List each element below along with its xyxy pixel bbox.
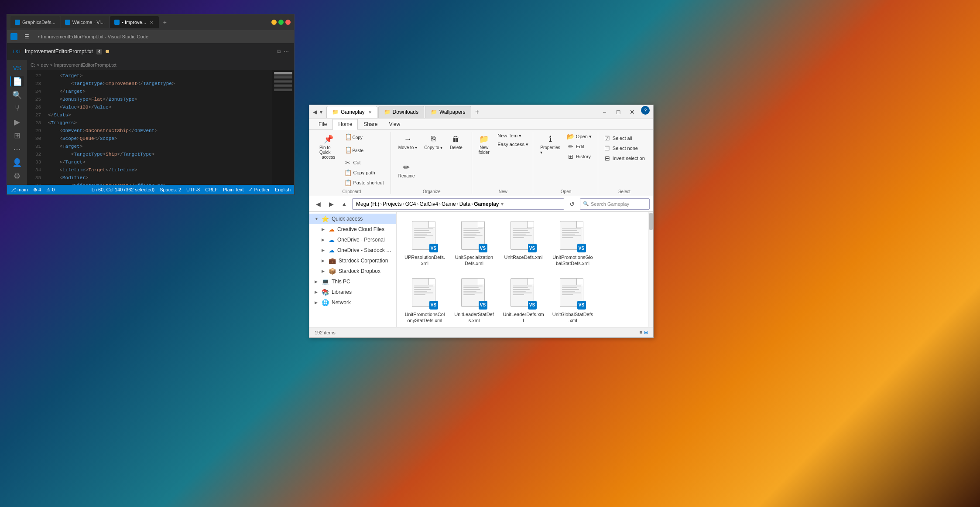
address-part-gameplay[interactable]: Gameplay [474, 201, 499, 207]
ribbon-tab-file[interactable]: File [313, 119, 332, 129]
explorer-minimize-button[interactable]: − [597, 106, 611, 118]
nav-up-button[interactable]: ▲ [339, 199, 350, 209]
vscode-code-content[interactable]: <Target> <TargetType>Improvement</Target… [45, 70, 272, 185]
easy-access-button[interactable]: Easy access ▾ [494, 140, 531, 149]
explorer-close-button[interactable]: ✕ [625, 106, 639, 118]
file-item-unitpromotionscolony[interactable]: VS UnitPromotionsColonyStatDefs.xml [402, 274, 448, 327]
explorer-tab-wallpapers[interactable]: 📁 Wallpapers [425, 106, 471, 118]
refresh-button[interactable]: ↺ [567, 199, 577, 209]
file-item-upresolutiondefs[interactable]: VS UPResolutionDefs.xml [402, 217, 448, 271]
vscode-code-area[interactable]: 2223242526 2728293031 3233343536 373839 … [27, 70, 294, 185]
file-item-unitspecializationdefs[interactable]: VS UnitSpecializationDefs.xml [451, 217, 497, 271]
vscode-status-spaces[interactable]: Spaces: 2 [160, 187, 181, 192]
nav-item-onedrive-stardock[interactable]: ▶ ☁ OneDrive - Stardock Corporation [309, 245, 396, 255]
ribbon-tab-home[interactable]: Home [332, 119, 358, 130]
paste-shortcut-button[interactable]: 📋 Paste shortcut [341, 178, 387, 187]
explorer-add-tab-button[interactable]: + [472, 107, 483, 117]
list-view-button[interactable]: ≡ [640, 330, 642, 335]
address-part-game[interactable]: Game [442, 201, 456, 207]
grid-view-button[interactable]: ⊞ [644, 330, 648, 335]
rename-button[interactable]: ✏ Rename [395, 160, 418, 180]
vscode-minimize-button[interactable] [271, 20, 277, 25]
new-item-button[interactable]: New item ▾ [494, 132, 531, 140]
nav-item-this-pc[interactable]: ▶ 💻 This PC [309, 276, 396, 287]
vscode-sidebar-icon-extensions[interactable]: ⊞ [10, 130, 24, 141]
file-item-unitleaderstatdefs[interactable]: VS UnitLeaderStatDefs.xml [451, 274, 497, 327]
vscode-sidebar-icon-debug[interactable]: ▶ [10, 116, 24, 127]
vscode-status-line-ending[interactable]: CRLF [205, 187, 218, 192]
vscode-sidebar-icon-files[interactable]: 📄 [10, 76, 24, 87]
invert-selection-button[interactable]: ⊟ Invert selection [601, 153, 648, 163]
vscode-status-warnings[interactable]: ⚠ 0 [46, 187, 55, 193]
vscode-more-options-button[interactable]: ⋯ [284, 48, 289, 54]
vscode-sidebar-icon-settings[interactable]: ⚙ [10, 170, 24, 181]
vscode-tab-close-button[interactable]: ✕ [148, 19, 154, 25]
nav-item-creative-cloud[interactable]: ▶ ☁ Creative Cloud Files [309, 224, 396, 235]
vscode-status-prettier[interactable]: ✓ Prettier [249, 187, 269, 193]
nav-item-stardock-dropbox[interactable]: ▶ 📦 Stardock Dropbox [309, 266, 396, 276]
vscode-sidebar-icon-account[interactable]: 👤 [10, 157, 24, 168]
delete-button[interactable]: 🗑 Delete [446, 132, 466, 152]
search-box[interactable]: 🔍 Search Gameplay [580, 198, 650, 210]
scrollbar-thumb[interactable] [649, 213, 653, 230]
vscode-maximize-button[interactable] [278, 20, 284, 25]
vscode-tab-welcome[interactable]: Welcome - Vi... [61, 16, 109, 28]
vscode-tab-graphicsdefs[interactable]: GraphicsDefs... [10, 16, 60, 28]
nav-forward-button[interactable]: ▶ [326, 199, 336, 209]
scrollbar-track[interactable] [648, 212, 653, 327]
vscode-close-button[interactable] [285, 20, 291, 25]
vscode-sidebar-icon-vscode[interactable]: VS [10, 62, 24, 73]
select-none-button[interactable]: ☐ Select none [601, 143, 648, 153]
vscode-menu-hamburger[interactable]: ☰ [21, 33, 33, 41]
paste-button[interactable]: 📋 Paste [341, 145, 387, 156]
vscode-split-editor-button[interactable]: ⧉ [277, 48, 281, 54]
address-part-galciv4[interactable]: GalCiv4 [419, 201, 438, 207]
copy-path-button[interactable]: 📋 Copy path [341, 168, 387, 177]
vscode-add-tab-button[interactable]: + [160, 17, 170, 27]
explorer-tab-gameplay[interactable]: 📁 Gameplay ✕ [326, 106, 377, 118]
explorer-address-path[interactable]: Mega (H:) › Projects › GC4 › GalCiv4 › G… [352, 198, 564, 210]
properties-button[interactable]: ℹ Properties ▾ [537, 132, 563, 157]
address-part-data[interactable]: Data [459, 201, 470, 207]
address-part-gc4[interactable]: GC4 [405, 201, 416, 207]
vscode-status-language-mode[interactable]: English [275, 187, 291, 192]
history-button[interactable]: ⊞ History [564, 152, 595, 161]
explorer-tab-close-button[interactable]: ✕ [368, 110, 372, 115]
ribbon-tab-share[interactable]: Share [358, 119, 383, 129]
file-item-unitracedefs[interactable]: VS UnitRaceDefs.xml [500, 217, 546, 271]
pin-to-quick-access-button[interactable]: 📌 Pin to Quick access [316, 132, 340, 162]
nav-item-stardock-corp[interactable]: ▶ 💼 Stardock Corporation [309, 255, 396, 266]
vscode-status-encoding[interactable]: UTF-8 [186, 187, 200, 192]
explorer-tab-downloads[interactable]: 📁 Downloads [378, 106, 424, 118]
vscode-status-errors[interactable]: ⊗ 4 [33, 187, 41, 193]
nav-item-network[interactable]: ▶ 🌐 Network [309, 297, 396, 308]
vscode-status-position[interactable]: Ln 60, Col 140 (362 selected) [92, 187, 154, 192]
copy-to-button[interactable]: ⎘ Copy to ▾ [421, 132, 445, 152]
vscode-status-language[interactable]: Plain Text [223, 187, 244, 192]
file-item-unitpromotionsglobal[interactable]: VS UnitPromotionsGlobalStatDefs.xml [550, 217, 596, 271]
vscode-sidebar-icon-dots[interactable]: ⋯ [10, 143, 24, 154]
vscode-tab-improve[interactable]: • Improve... ✕ [110, 16, 159, 28]
edit-button[interactable]: ✏ Edit [564, 142, 595, 151]
explorer-restore-button[interactable]: □ [611, 106, 625, 118]
select-all-button[interactable]: ☑ Select all [601, 133, 648, 143]
cut-button[interactable]: ✂ Cut [341, 158, 387, 167]
vscode-sidebar-icon-git[interactable]: ⑂ [10, 103, 24, 114]
code-line-24: </Target> [48, 88, 269, 95]
file-item-unitleaderdefs[interactable]: VS UnitLeaderDefs.xml [500, 274, 546, 327]
new-folder-button[interactable]: 📁 New folder [474, 132, 493, 157]
move-to-button[interactable]: → Move to ▾ [395, 132, 420, 152]
address-part-projects[interactable]: Projects [383, 201, 401, 207]
file-item-unitglobalstatdefs[interactable]: VS UnitGlobalStatDefs.xml [550, 274, 596, 327]
nav-item-quick-access[interactable]: ▼ ⭐ Quick access [309, 214, 396, 224]
ribbon-tab-view[interactable]: View [383, 119, 406, 129]
address-dropdown-icon[interactable]: ▾ [501, 201, 504, 207]
explorer-help-button[interactable]: ? [641, 106, 650, 115]
nav-back-button[interactable]: ◀ [313, 199, 323, 209]
address-part-mega[interactable]: Mega (H:) [356, 201, 379, 207]
open-button[interactable]: 📂 Open ▾ [564, 132, 595, 141]
nav-item-libraries[interactable]: ▶ 📚 Libraries [309, 287, 396, 297]
nav-item-onedrive-personal[interactable]: ▶ ☁ OneDrive - Personal [309, 235, 396, 245]
copy-button[interactable]: 📋 Copy [341, 132, 387, 143]
vscode-sidebar-icon-search[interactable]: 🔍 [10, 89, 24, 100]
